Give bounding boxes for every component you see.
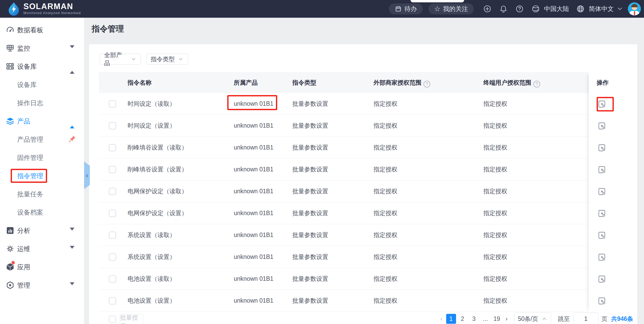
pagination: ‹ 1 2 3 ... 19 › 50条/页 跳至 页 共946条: [438, 313, 633, 324]
send-command-button[interactable]: [597, 274, 607, 284]
sidebar-label: 监控: [17, 44, 30, 53]
cell-command-name: 削峰填谷设置（读取）: [128, 137, 187, 158]
user-avatar[interactable]: [628, 2, 641, 15]
send-command-button[interactable]: [597, 296, 607, 306]
sidebar-item-device-archive[interactable]: 设备档案: [0, 203, 84, 221]
plus-circle-icon[interactable]: [483, 5, 491, 13]
cell-end-user-auth: 指定授权: [483, 202, 507, 224]
sidebar-label: 数据看板: [17, 26, 43, 34]
row-checkbox[interactable]: [109, 122, 116, 129]
header-product: 所属产品: [234, 72, 258, 93]
todo-button[interactable]: 待办: [389, 3, 423, 14]
page-number[interactable]: 2: [458, 314, 468, 324]
cell-external-auth: 指定授权: [374, 137, 397, 158]
earth-globe-icon[interactable]: [532, 5, 540, 13]
header-end-user-auth-label: 终端用户授权范围: [483, 79, 531, 86]
sidebar-item-product-group[interactable]: 产品: [0, 112, 84, 130]
send-command-button[interactable]: [597, 187, 607, 196]
cell-end-user-auth: 指定授权: [483, 268, 507, 290]
row-checkbox[interactable]: [109, 232, 116, 239]
send-command-button[interactable]: [597, 143, 607, 152]
row-checkbox[interactable]: [109, 100, 116, 108]
help-circle-icon[interactable]: [515, 5, 524, 13]
sidebar-item-analysis[interactable]: 分析: [0, 221, 84, 240]
header-external-auth: 外部商家授权范围?: [374, 72, 430, 93]
send-command-button[interactable]: [597, 165, 607, 174]
send-command-button[interactable]: [597, 99, 607, 109]
product-filter-dropdown[interactable]: 全部产品: [100, 54, 141, 65]
row-checkbox[interactable]: [109, 144, 116, 151]
cell-command-type: 批量参数设置: [292, 159, 328, 180]
cell-end-user-auth: 指定授权: [483, 159, 507, 180]
table-body: 时间设定（读取） unknown 01B1 批量参数设置 指定授权 指定授权 时…: [99, 93, 636, 312]
command-type-filter-label: 指令类型: [151, 55, 175, 63]
region-label[interactable]: 中国大陆: [544, 5, 569, 13]
row-checkbox[interactable]: [109, 166, 116, 173]
sidebar-item-applications[interactable]: 应用: [0, 258, 84, 276]
help-icon[interactable]: ?: [424, 81, 430, 88]
batch-authorize-button[interactable]: 批量授权: [120, 314, 143, 324]
language-globe-icon[interactable]: [576, 5, 585, 13]
sidebar-item-firmware-management[interactable]: 固件管理: [0, 148, 84, 167]
sidebar-item-operations[interactable]: 运维: [0, 240, 84, 258]
cell-command-name: 电网保护设定（设置）: [128, 202, 187, 224]
cell-external-auth: 指定授权: [374, 159, 397, 180]
table-row: 削峰填谷设置（设置） unknown 01B1 批量参数设置 指定授权 指定授权: [99, 159, 636, 180]
row-checkbox[interactable]: [109, 188, 116, 195]
row-checkbox[interactable]: [109, 253, 116, 261]
send-command-button[interactable]: [597, 121, 607, 130]
sidebar-collapse-handle[interactable]: ‹: [84, 161, 90, 189]
jump-to-label: 跳至: [558, 315, 570, 323]
sidebar-item-device-library-group[interactable]: 设备库: [0, 57, 84, 76]
sidebar-item-dashboard[interactable]: 数据看板: [0, 21, 84, 39]
help-icon[interactable]: ?: [533, 81, 540, 88]
row-checkbox[interactable]: [109, 210, 116, 217]
cell-command-type: 批量参数设置: [292, 246, 328, 268]
cell-end-user-auth: 指定授权: [483, 224, 507, 246]
row-checkbox[interactable]: [109, 275, 116, 283]
content-card: 全部产品 指令类型 指令名称 所属产品 指令类型 外部商家授权范围? 终端用户授…: [89, 44, 637, 324]
send-command-button[interactable]: [597, 209, 607, 218]
select-all-checkbox[interactable]: [109, 316, 116, 323]
prev-page-button[interactable]: ‹: [438, 315, 445, 322]
header-external-auth-label: 外部商家授权范围: [374, 79, 421, 86]
cell-command-name: 系统设置（设置）: [128, 246, 175, 268]
action-cell: [589, 224, 636, 246]
sidebar-item-command-management[interactable]: 指令管理: [0, 167, 84, 185]
sidebar-item-operation-log[interactable]: 操作日志: [0, 94, 84, 112]
page-size-select[interactable]: 50条/页: [514, 313, 551, 324]
notification-bell-icon[interactable]: [499, 5, 508, 13]
chevron-down-icon[interactable]: [616, 5, 623, 12]
page-number[interactable]: 19: [492, 314, 502, 324]
next-page-button[interactable]: ›: [503, 315, 510, 322]
send-command-button[interactable]: [597, 252, 607, 262]
sidebar-label: 应用: [17, 263, 30, 271]
row-checkbox[interactable]: [109, 297, 116, 304]
send-command-button[interactable]: [597, 230, 607, 240]
cell-product: unknown 01B1: [234, 246, 273, 268]
sidebar-item-device-library[interactable]: 设备库: [0, 76, 84, 94]
jump-page-input[interactable]: [573, 313, 598, 324]
cell-end-user-auth: 指定授权: [483, 115, 507, 136]
page-number[interactable]: 3: [469, 314, 479, 324]
cell-product: unknown 01B1: [234, 180, 273, 202]
sidebar-item-management[interactable]: 管理: [0, 276, 84, 294]
sidebar-label: 运维: [17, 245, 30, 253]
page-number[interactable]: ...: [481, 314, 490, 324]
my-follow-button[interactable]: ☆ 我的关注: [428, 3, 474, 14]
cell-external-auth: 指定授权: [374, 268, 397, 290]
pin-icon[interactable]: [68, 135, 76, 144]
sidebar-label: 设备库: [17, 62, 37, 71]
sidebar-item-product-management[interactable]: 产品管理: [0, 130, 84, 148]
page-unit-label: 页: [602, 315, 608, 323]
server-stack-icon: [6, 62, 15, 71]
command-type-filter-dropdown[interactable]: 指令类型: [146, 54, 188, 65]
language-label[interactable]: 简体中文: [589, 5, 614, 13]
cell-external-auth: 指定授权: [374, 93, 397, 115]
sidebar-item-batch-tasks[interactable]: 批量任务: [0, 185, 84, 203]
cell-command-type: 批量参数设置: [292, 224, 328, 246]
sidebar-item-monitoring[interactable]: 监控: [0, 39, 84, 57]
action-cell: [589, 93, 636, 115]
page-number[interactable]: 1: [446, 314, 456, 324]
sidebar-label: 管理: [17, 281, 30, 290]
